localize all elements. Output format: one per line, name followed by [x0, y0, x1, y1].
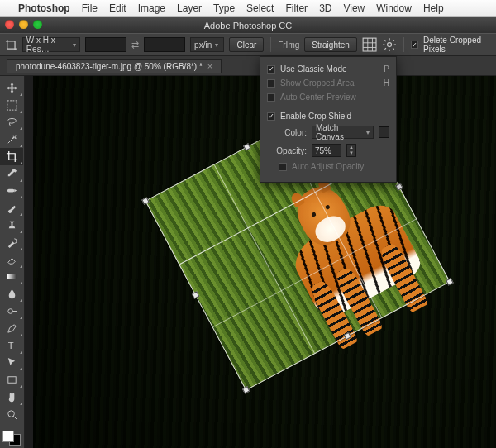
- crop-preset-dropdown[interactable]: W x H x Res… ▾: [22, 37, 81, 52]
- svg-rect-2: [7, 101, 16, 110]
- crop-clear-button[interactable]: Clear: [229, 37, 264, 52]
- svg-rect-0: [363, 38, 376, 51]
- magic-wand-tool[interactable]: [0, 131, 23, 148]
- hand-tool[interactable]: [0, 388, 23, 406]
- svg-rect-7: [7, 377, 15, 384]
- use-classic-mode-checkbox[interactable]: [267, 65, 275, 74]
- shield-opacity-input[interactable]: 75%: [312, 144, 341, 157]
- zoom-tool[interactable]: [0, 406, 23, 423]
- menu-image[interactable]: Image: [138, 2, 165, 14]
- workspace: T: [0, 76, 496, 448]
- menu-3d[interactable]: 3D: [319, 2, 331, 14]
- blur-tool[interactable]: [0, 285, 23, 303]
- mac-menubar: Photoshop File Edit Image Layer Type Sel…: [0, 0, 496, 17]
- dodge-tool[interactable]: [0, 303, 23, 320]
- color-swatches[interactable]: [0, 428, 23, 448]
- window-traffic-lights: [5, 20, 42, 29]
- shield-color-swatch[interactable]: [379, 126, 389, 138]
- show-cropped-area-label: Show Cropped Area: [280, 79, 355, 88]
- enable-crop-shield-checkbox[interactable]: [267, 112, 275, 121]
- crop-width-input[interactable]: [85, 37, 126, 52]
- window-titlebar: Adobe Photoshop CC: [0, 17, 496, 33]
- menu-edit[interactable]: Edit: [109, 2, 126, 14]
- straighten-button[interactable]: Straighten: [304, 37, 357, 52]
- auto-center-preview-checkbox: [267, 93, 275, 102]
- crop-options-bar: W x H x Res… ▾ ⇄ px/in▾ Clear FrImg Stra…: [0, 33, 496, 56]
- menu-select[interactable]: Select: [246, 2, 274, 14]
- svg-rect-3: [7, 188, 13, 192]
- window-close-button[interactable]: [5, 20, 14, 29]
- brush-tool[interactable]: [0, 199, 23, 217]
- pen-tool[interactable]: [0, 320, 23, 337]
- menu-layer[interactable]: Layer: [177, 2, 202, 14]
- window-title: Adobe Photoshop CC: [204, 21, 292, 31]
- shield-color-label: Color:: [267, 128, 307, 137]
- auto-center-preview-label: Auto Center Preview: [280, 93, 356, 102]
- history-brush-tool[interactable]: [0, 234, 23, 251]
- shield-opacity-label: Opacity:: [267, 146, 307, 155]
- window-minimize-button[interactable]: [19, 20, 28, 29]
- type-tool[interactable]: T: [0, 337, 23, 355]
- menu-type[interactable]: Type: [213, 2, 235, 14]
- document-tab[interactable]: photodune-4603823-tiger-m.jpg @ 50% (RGB…: [7, 59, 222, 73]
- lasso-tool[interactable]: [0, 114, 23, 131]
- path-selection-tool[interactable]: [0, 355, 23, 372]
- use-classic-mode-label: Use Classic Mode: [280, 64, 347, 74]
- gradient-tool[interactable]: [0, 269, 23, 286]
- separator: [270, 37, 271, 52]
- shield-opacity-stepper[interactable]: ▲▼: [346, 144, 356, 157]
- document-tab-bar: photodune-4603823-tiger-m.jpg @ 50% (RGB…: [0, 56, 496, 76]
- healing-brush-tool[interactable]: [0, 183, 23, 200]
- menu-file[interactable]: File: [82, 2, 98, 14]
- svg-point-8: [7, 411, 14, 417]
- crop-tool[interactable]: [0, 148, 23, 165]
- svg-text:T: T: [7, 341, 13, 350]
- eraser-tool[interactable]: [0, 251, 23, 269]
- app-menu[interactable]: Photoshop: [18, 2, 70, 14]
- shield-color-dropdown[interactable]: Match Canvas ▾: [312, 126, 374, 139]
- document-tab-title: photodune-4603823-tiger-m.jpg @ 50% (RGB…: [16, 62, 203, 71]
- chevron-down-icon: ▾: [215, 41, 218, 49]
- menu-view[interactable]: View: [343, 2, 365, 14]
- enable-crop-shield-label: Enable Crop Shield: [280, 112, 351, 121]
- menu-filter[interactable]: Filter: [285, 2, 308, 14]
- chevron-down-icon: ▾: [366, 129, 370, 136]
- crop-overlay-options-icon[interactable]: [362, 36, 377, 54]
- tools-panel: T: [0, 76, 25, 448]
- svg-point-5: [7, 309, 12, 314]
- clone-stamp-tool[interactable]: [0, 217, 23, 234]
- crop-settings-gear-icon[interactable]: [382, 36, 397, 54]
- delete-cropped-label: Delete Cropped Pixels: [423, 36, 491, 54]
- window-zoom-button[interactable]: [33, 20, 42, 29]
- crop-preset-label: W x H x Res…: [26, 36, 70, 54]
- svg-rect-4: [7, 274, 16, 279]
- crop-resolution-unit-dropdown[interactable]: px/in▾: [190, 37, 224, 52]
- show-cropped-area-hint: H: [384, 79, 389, 88]
- separator: [403, 37, 404, 52]
- crop-handle-top[interactable]: [243, 143, 250, 150]
- front-image-label[interactable]: FrImg: [278, 41, 299, 50]
- menu-window[interactable]: Window: [376, 2, 412, 14]
- menu-help[interactable]: Help: [423, 2, 444, 14]
- crop-height-input[interactable]: [144, 37, 185, 52]
- crop-tool-icon: [5, 37, 17, 52]
- svg-point-1: [388, 42, 392, 46]
- marquee-tool[interactable]: [0, 97, 23, 114]
- delete-cropped-checkbox[interactable]: [411, 41, 418, 49]
- eyedropper-tool[interactable]: [0, 165, 23, 183]
- chevron-down-icon: ▾: [73, 41, 76, 49]
- close-tab-icon[interactable]: ×: [207, 61, 212, 71]
- foreground-color-swatch[interactable]: [2, 431, 14, 442]
- auto-adjust-opacity-label: Auto Adjust Opacity: [292, 162, 364, 171]
- shield-color-value: Match Canvas: [316, 123, 363, 141]
- crop-settings-flyout: Use Classic Mode P Show Cropped Area H A…: [260, 56, 397, 183]
- auto-adjust-opacity-checkbox: [279, 163, 287, 171]
- show-cropped-area-checkbox: [267, 79, 275, 88]
- swap-dimensions-icon[interactable]: ⇄: [131, 40, 139, 50]
- rectangle-tool[interactable]: [0, 371, 23, 388]
- use-classic-mode-hint: P: [384, 64, 389, 74]
- move-tool[interactable]: [0, 79, 23, 97]
- unit-label: px/in: [194, 41, 212, 50]
